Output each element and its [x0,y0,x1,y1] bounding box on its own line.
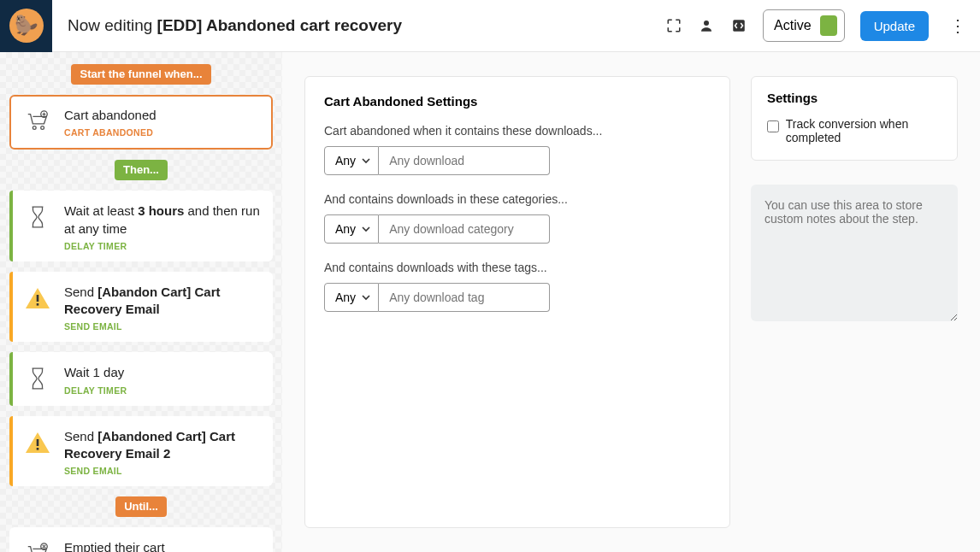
downloads-input[interactable] [379,146,550,175]
step-type: DELAY TIMER [64,385,261,396]
step-email-1[interactable]: Send [Abandon Cart] Cart Recovery Email … [9,272,273,343]
user-icon[interactable] [698,17,715,34]
fullscreen-icon[interactable] [665,17,682,34]
notes-textarea[interactable] [751,185,958,321]
emptied-cart-icon [23,539,52,552]
downloads-field: Any [324,146,711,175]
field-label: And contains downloads with these tags..… [324,261,711,274]
funnel-sidebar[interactable]: Start the funnel when... Cart abandoned … [0,52,282,552]
more-menu-icon[interactable]: ⋮ [944,15,971,36]
main-area: Cart Abandoned Settings Cart abandoned w… [282,52,980,552]
accent [9,191,13,261]
step-type: DELAY TIMER [64,241,261,251]
warning-icon [23,284,52,313]
logo-icon: 🦫 [9,9,44,43]
side-title: Settings [752,77,957,110]
step-title: Cart abandoned [64,107,261,124]
svg-point-0 [704,21,709,26]
step-type: CART ABANDONED [64,127,261,138]
any-select[interactable]: Any [324,283,379,312]
side-settings-panel: Settings Track conversion when completed [751,76,958,161]
field-label: And contains downloads in these categori… [324,192,711,206]
step-title: Wait 1 day [64,364,261,381]
hourglass-icon [23,203,52,232]
svg-rect-7 [37,303,39,306]
any-select[interactable]: Any [324,214,379,244]
top-header: 🦫 Now editing [EDD] Abandoned cart recov… [0,0,980,52]
svg-point-2 [32,126,36,130]
cart-abandoned-icon [23,107,52,136]
any-select[interactable]: Any [324,146,379,175]
header-actions: Active Update ⋮ [665,9,971,42]
side-column: Settings Track conversion when completed [751,76,958,528]
pill-start: Start the funnel when... [71,64,210,85]
status-select[interactable]: Active [763,9,845,42]
status-label: Active [774,18,812,33]
step-title: Emptied their cart [64,539,261,552]
accent [9,352,13,405]
logo-box: 🦫 [0,0,52,52]
step-email-2[interactable]: Send [Abandoned Cart] Cart Recovery Emai… [9,416,273,487]
pill-until: Until... [115,496,167,517]
chevron-down-icon [361,292,371,302]
track-conversion-checkbox[interactable] [767,120,779,133]
step-type: SEND EMAIL [64,466,261,476]
step-delay-1d[interactable]: Wait 1 day DELAY TIMER [9,352,273,405]
title-prefix: Now editing [68,16,157,34]
chevron-down-icon [361,156,371,166]
accent [9,272,13,343]
warning-icon [23,428,52,457]
step-cart-abandoned[interactable]: Cart abandoned CART ABANDONED [9,95,273,150]
hourglass-icon [23,364,52,393]
field-label: Cart abandoned when it contains these do… [324,124,711,138]
track-conversion-check[interactable]: Track conversion when completed [767,117,942,144]
page-title: Now editing [EDD] Abandoned cart recover… [52,16,665,35]
tags-input[interactable] [379,283,550,312]
svg-rect-10 [37,448,39,450]
accent [9,416,13,487]
categories-field: Any [324,214,711,244]
step-title: Wait at least 3 hours and then run at an… [64,203,261,238]
status-indicator [820,15,837,36]
update-button[interactable]: Update [860,11,929,41]
step-title: Send [Abandon Cart] Cart Recovery Email [64,284,261,319]
title-name: [EDD] Abandoned cart recovery [157,16,402,34]
categories-input[interactable] [379,214,550,244]
step-emptied-cart[interactable]: Emptied their cart EMPTIED CART [9,527,273,552]
panel-title: Cart Abandoned Settings [324,94,711,109]
svg-rect-6 [37,295,39,302]
svg-rect-9 [37,439,39,446]
replace-icon[interactable] [730,17,747,34]
svg-point-3 [41,126,44,130]
step-type: SEND EMAIL [64,321,261,332]
settings-panel: Cart Abandoned Settings Cart abandoned w… [304,76,730,528]
step-title: Send [Abandoned Cart] Cart Recovery Emai… [64,428,261,463]
track-label: Track conversion when completed [786,117,942,144]
chevron-down-icon [361,224,371,234]
pill-then: Then... [115,160,168,180]
step-delay-3h[interactable]: Wait at least 3 hours and then run at an… [9,191,273,261]
tags-field: Any [324,283,711,312]
